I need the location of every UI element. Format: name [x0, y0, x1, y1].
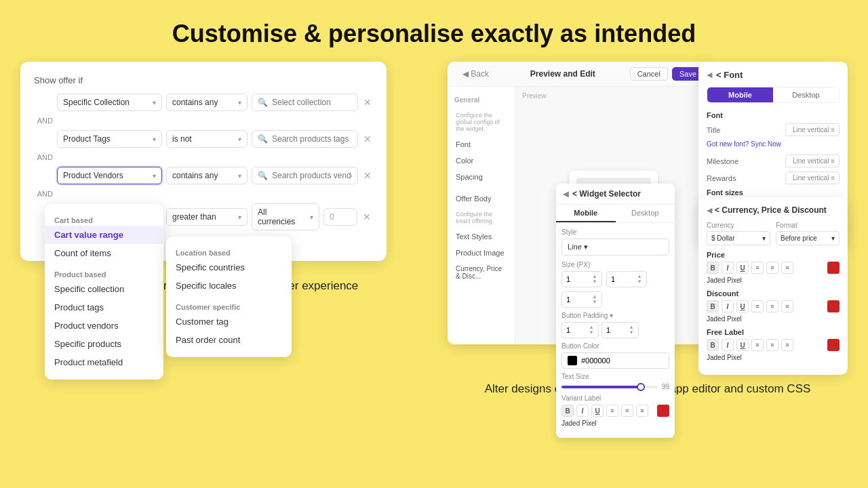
nav-product-image[interactable]: Product Image	[448, 245, 515, 261]
search-input-2[interactable]	[272, 134, 352, 144]
cancel-button[interactable]: Cancel	[630, 67, 668, 81]
close-btn-4[interactable]: ✕	[361, 210, 372, 224]
free-align-center[interactable]: ≡	[766, 339, 778, 351]
font-panel-header: ◀ < Font	[707, 70, 840, 80]
chevron-icon-1: ▾	[153, 99, 156, 106]
nav-offer-body[interactable]: Offer Body	[448, 190, 515, 207]
size-h-down[interactable]: ▼	[637, 279, 642, 285]
currency-select-cpd[interactable]: $ Dollar ▾	[707, 231, 770, 245]
back-button[interactable]: ◀ Back	[456, 67, 496, 81]
title-font-value[interactable]: Line vertical ≡	[785, 123, 840, 136]
text-size-thumb[interactable]	[637, 383, 645, 391]
discount-underline-btn[interactable]: U	[736, 300, 749, 312]
cpd-back[interactable]: ◀	[707, 206, 712, 215]
variant-format-row: B I U ≡ ≡ ≡	[561, 405, 669, 417]
format-select-cpd[interactable]: Before price ▾	[776, 231, 840, 245]
widget-selector: ◀ < Widget Selector Mobile Desktop Style…	[556, 184, 675, 438]
discount-color-swatch[interactable]	[827, 300, 840, 312]
close-btn-2[interactable]: ✕	[362, 132, 373, 146]
dropdown-item-count[interactable]: Count of items	[45, 244, 163, 262]
price-align-center[interactable]: ≡	[766, 262, 778, 274]
chevron-icon-3: ▾	[153, 172, 156, 180]
chevron-currency: ▾	[310, 214, 313, 221]
nav-currency[interactable]: Currency, Price & Disc...	[448, 261, 515, 284]
condition-operator-2[interactable]: is not ▾	[166, 130, 248, 148]
free-underline-btn[interactable]: U	[736, 339, 749, 351]
chevron-icon-op3: ▾	[238, 172, 241, 180]
discount-align-left[interactable]: ≡	[751, 300, 764, 312]
dropdown-item-product-tags[interactable]: Product tags	[45, 298, 163, 317]
discount-italic-btn[interactable]: I	[722, 300, 734, 312]
free-align-left[interactable]: ≡	[751, 339, 764, 351]
free-align-right[interactable]: ≡	[781, 339, 793, 351]
ws-tab-desktop[interactable]: Desktop	[616, 205, 675, 222]
product-section-header: Product based	[45, 266, 163, 280]
condition-search-1[interactable]: 🔍	[252, 94, 358, 111]
search-input-1[interactable]	[272, 98, 352, 107]
condition-operator-3[interactable]: contains any ▾	[166, 167, 248, 184]
align-left-btn[interactable]: ≡	[606, 405, 618, 417]
condition-type-1[interactable]: Specific Collection ▾	[57, 94, 162, 111]
nav-color[interactable]: Color	[448, 152, 515, 169]
free-color-swatch[interactable]	[827, 339, 840, 351]
discount-align-right[interactable]: ≡	[781, 300, 793, 312]
sync-label[interactable]: Got new font? Sync Now	[707, 140, 840, 148]
variant-color-swatch[interactable]	[657, 405, 669, 417]
bold-btn[interactable]: B	[561, 405, 574, 417]
dropdown-item-specific-collection[interactable]: Specific collection	[45, 280, 163, 298]
search-input-3[interactable]	[272, 171, 352, 180]
widget-selector-body: Style Line ▾ Size (PX) 1 ▲▼ 1 ▲▼	[556, 223, 675, 438]
condition-search-3[interactable]: 🔍	[252, 167, 358, 184]
variant-label-label: Variant Label	[561, 394, 669, 402]
dropdown-item-cart-value[interactable]: Cart value range	[45, 226, 163, 244]
discount-bold-btn[interactable]: B	[707, 300, 719, 312]
price-color-swatch[interactable]	[827, 262, 840, 274]
nav-text-styles[interactable]: Text Styles	[448, 228, 515, 245]
fp-tab-desktop[interactable]: Desktop	[773, 87, 839, 102]
underline-btn[interactable]: U	[591, 405, 604, 417]
free-italic-btn[interactable]: I	[722, 339, 734, 351]
price-align-left[interactable]: ≡	[751, 262, 764, 274]
fp-tab-mobile[interactable]: Mobile	[707, 87, 773, 102]
nav-spacing[interactable]: Spacing	[448, 169, 515, 185]
dropdown-item-specific-countries[interactable]: Specific countries	[166, 258, 292, 277]
align-right-btn[interactable]: ≡	[636, 405, 648, 417]
condition-operator-4[interactable]: greater than ▾	[166, 208, 248, 226]
condition-operator-1[interactable]: contains any ▾	[166, 94, 248, 111]
price-align-right[interactable]: ≡	[781, 262, 793, 274]
rewards-font-value[interactable]: Line vertical ≡	[785, 171, 840, 184]
cart-value-field[interactable]	[330, 212, 350, 222]
style-select[interactable]: Line ▾	[561, 239, 669, 256]
milestone-font-value[interactable]: Line vertical ≡	[785, 155, 840, 167]
font-panel-back[interactable]: ◀	[707, 70, 712, 79]
dropdown-item-product-metafield[interactable]: Product metafield	[45, 353, 163, 371]
dropdown-item-specific-locales[interactable]: Specific locales	[166, 277, 292, 295]
price-italic-btn[interactable]: I	[722, 262, 734, 274]
button-color-input[interactable]: #000000	[561, 352, 669, 369]
bp1-down[interactable]: ▼	[589, 330, 594, 336]
condition-search-2[interactable]: 🔍	[252, 130, 358, 148]
dropdown-item-customer-tag[interactable]: Customer tag	[166, 312, 292, 331]
currency-select[interactable]: All currencies ▾	[252, 203, 319, 230]
cart-value-input[interactable]	[323, 208, 357, 226]
discount-align-center[interactable]: ≡	[766, 300, 778, 312]
nav-font[interactable]: Font	[448, 136, 515, 152]
dropdown-item-past-order-count[interactable]: Past order count	[166, 331, 292, 349]
widget-selector-back[interactable]: ◀	[563, 190, 568, 199]
close-btn-3[interactable]: ✕	[362, 169, 373, 182]
condition-type-2[interactable]: Product Tags ▾	[57, 130, 162, 148]
bp2-down[interactable]: ▼	[629, 330, 634, 336]
price-bold-btn[interactable]: B	[707, 262, 719, 274]
condition-type-3[interactable]: Product Vendors ▾	[57, 167, 162, 184]
free-bold-btn[interactable]: B	[707, 339, 719, 351]
align-center-btn[interactable]: ≡	[621, 405, 633, 417]
size-w-down[interactable]: ▼	[592, 279, 597, 285]
size2-down[interactable]: ▼	[592, 300, 597, 305]
italic-btn[interactable]: I	[576, 405, 589, 417]
price-underline-btn[interactable]: U	[736, 262, 749, 274]
ws-tab-mobile[interactable]: Mobile	[556, 205, 616, 222]
close-btn-1[interactable]: ✕	[362, 96, 373, 109]
dropdown-item-product-vendors[interactable]: Product vendors	[45, 317, 163, 335]
dropdown-item-specific-products[interactable]: Specific products	[45, 335, 163, 353]
chevron-icon-op4: ▾	[238, 214, 241, 221]
